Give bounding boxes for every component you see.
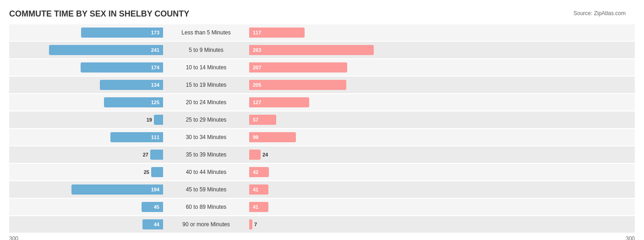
bar-right-label: 207 bbox=[251, 65, 261, 70]
row-label: 10 to 14 Minutes bbox=[165, 64, 247, 71]
source-label: Source: ZipAtlas.com bbox=[573, 10, 626, 17]
chart-row: 19 25 to 29 Minutes 57 bbox=[9, 112, 635, 128]
bar-left-label: 111 bbox=[151, 134, 161, 140]
bar-right-label: 41 bbox=[251, 204, 258, 210]
chart-row: 45 60 to 89 Minutes 41 bbox=[9, 199, 635, 215]
axis-row: 300 300 bbox=[9, 234, 635, 240]
bar-left-label: 194 bbox=[151, 187, 161, 192]
bar-left-label: 44 bbox=[154, 222, 161, 227]
chart-row: 194 45 to 59 Minutes 41 bbox=[9, 181, 635, 198]
bar-left-label: 134 bbox=[151, 82, 161, 88]
bar-left-label: 173 bbox=[151, 30, 161, 35]
bar-right-value: 24 bbox=[262, 152, 268, 157]
bar-left-value: 19 bbox=[147, 117, 152, 123]
bar-left-value: 25 bbox=[144, 169, 149, 175]
chart-title: COMMUTE TIME BY SEX IN SHELBY COUNTY bbox=[9, 9, 635, 19]
chart-row: 44 90 or more Minutes 7 bbox=[9, 216, 635, 233]
axis-left: 300 bbox=[9, 235, 18, 240]
chart-row: 125 20 to 24 Minutes 127 bbox=[9, 94, 635, 111]
row-label: Less than 5 Minutes bbox=[165, 29, 247, 36]
bar-left-label: 174 bbox=[151, 65, 161, 70]
row-label: 15 to 19 Minutes bbox=[165, 82, 247, 88]
row-label: 90 or more Minutes bbox=[165, 221, 247, 228]
bar-right-label: 127 bbox=[251, 100, 261, 105]
bar-right-label: 205 bbox=[251, 82, 261, 88]
row-label: 35 to 39 Minutes bbox=[165, 151, 247, 158]
bar-right-value: 7 bbox=[254, 222, 257, 227]
bar-right-label: 42 bbox=[251, 169, 258, 175]
row-label: 25 to 29 Minutes bbox=[165, 117, 247, 123]
bar-right-label: 263 bbox=[251, 47, 261, 53]
row-label: 40 to 44 Minutes bbox=[165, 169, 247, 175]
bar-right-label: 57 bbox=[251, 117, 258, 123]
chart-row: 27 35 to 39 Minutes 24 bbox=[9, 146, 635, 163]
bar-left-label: 241 bbox=[151, 47, 161, 53]
bar-right-label: 99 bbox=[251, 134, 258, 140]
bar-left-label: 45 bbox=[154, 204, 161, 210]
row-label: 30 to 34 Minutes bbox=[165, 134, 247, 140]
chart-row: 111 30 to 34 Minutes 99 bbox=[9, 129, 635, 145]
axis-right: 300 bbox=[626, 235, 635, 240]
row-label: 5 to 9 Minutes bbox=[165, 47, 247, 53]
bar-left-value: 27 bbox=[143, 152, 148, 157]
row-label: 60 to 89 Minutes bbox=[165, 204, 247, 210]
chart-row: 25 40 to 44 Minutes 42 bbox=[9, 164, 635, 180]
row-label: 45 to 59 Minutes bbox=[165, 186, 247, 193]
chart-row: 241 5 to 9 Minutes 263 bbox=[9, 42, 635, 58]
bar-right-label: 117 bbox=[251, 30, 261, 35]
chart-row: 173 Less than 5 Minutes 117 bbox=[9, 24, 635, 41]
row-label: 20 to 24 Minutes bbox=[165, 99, 247, 106]
chart-container: 173 Less than 5 Minutes 117 241 5 to 9 M… bbox=[9, 24, 635, 233]
chart-row: 174 10 to 14 Minutes 207 bbox=[9, 59, 635, 76]
bar-right-label: 41 bbox=[251, 187, 258, 192]
bar-left-label: 125 bbox=[151, 100, 161, 105]
chart-row: 134 15 to 19 Minutes 205 bbox=[9, 77, 635, 93]
